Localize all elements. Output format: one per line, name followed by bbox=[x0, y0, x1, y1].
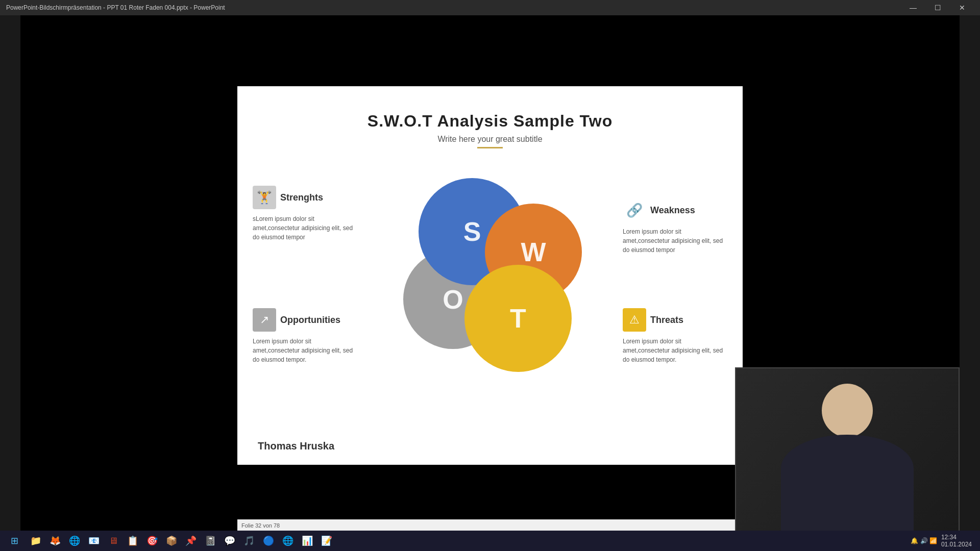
taskbar-app-2[interactable]: 📋 bbox=[124, 532, 142, 549]
clock: 12:3401.01.2024 bbox=[941, 534, 972, 548]
strengths-title: Strenghts bbox=[280, 192, 323, 203]
taskbar-app-outlook[interactable]: 📧 bbox=[85, 532, 103, 549]
opportunities-icon: ↗ bbox=[253, 308, 276, 332]
taskbar-app-6[interactable]: 🎵 bbox=[240, 532, 258, 549]
statusbar: Folie 32 von 78 bbox=[237, 519, 743, 531]
person-face bbox=[827, 394, 868, 424]
circle-t: T bbox=[464, 265, 572, 372]
statusbar-text: Folie 32 von 78 bbox=[241, 522, 280, 529]
slide: S.W.O.T Analysis Sample Two Write here y… bbox=[237, 86, 743, 465]
label-weakness: 🔗 Weakness Lorem ipsum dolor sit amet,co… bbox=[623, 198, 730, 255]
label-strengths: 🏋 Strenghts sLorem ipsum dolor sit amet,… bbox=[253, 186, 360, 242]
taskbar-app-3[interactable]: 🎯 bbox=[143, 532, 161, 549]
presenter-name: Thomas Hruska bbox=[258, 440, 334, 452]
weakness-icon: 🔗 bbox=[623, 198, 646, 222]
threats-title: Threats bbox=[650, 315, 683, 325]
taskbar-app-8[interactable]: 🌐 bbox=[279, 532, 297, 549]
strengths-icon: 🏋 bbox=[253, 186, 276, 209]
label-opportunities: ↗ Opportunities Lorem ipsum dolor sit am… bbox=[253, 308, 360, 364]
threats-body: Lorem ipsum dolor sit amet,consectetur a… bbox=[623, 337, 730, 364]
start-button[interactable]: ⊞ bbox=[4, 532, 24, 549]
taskbar-right: 🔔 🔊 📶 12:3401.01.2024 bbox=[911, 534, 976, 548]
taskbar-app-4[interactable]: 📦 bbox=[162, 532, 181, 549]
subtitle-underline bbox=[477, 147, 503, 148]
slide-title: S.W.O.T Analysis Sample Two bbox=[237, 86, 743, 131]
video-person bbox=[736, 368, 959, 535]
taskbar-app-teams[interactable]: 💬 bbox=[220, 532, 239, 549]
side-panel-right bbox=[960, 15, 980, 531]
maximize-button[interactable]: ☐ bbox=[926, 0, 949, 15]
titlebar-text: PowerPoint-Bildschirmpräsentation - PPT … bbox=[6, 4, 225, 11]
opportunities-body: Lorem ipsum dolor sit amet,consectetur a… bbox=[253, 337, 360, 364]
taskbar-apps: 📁 🦊 🌐 📧 🖥 📋 🎯 📦 📌 📓 💬 🎵 🔵 🌐 📊 📝 bbox=[27, 532, 336, 549]
close-button[interactable]: ✕ bbox=[950, 0, 974, 15]
taskbar-app-chrome[interactable]: 🌐 bbox=[65, 532, 84, 549]
weakness-title: Weakness bbox=[650, 205, 695, 216]
side-panel-left bbox=[0, 15, 20, 531]
minimize-button[interactable]: — bbox=[901, 0, 925, 15]
swot-diagram: S W O T bbox=[388, 178, 592, 382]
taskbar-app-explorer[interactable]: 📁 bbox=[27, 532, 45, 549]
taskbar-app-excel[interactable]: 📊 bbox=[298, 532, 316, 549]
weakness-body: Lorem ipsum dolor sit amet,consectetur a… bbox=[623, 227, 730, 255]
threats-icon: ⚠ bbox=[623, 308, 646, 332]
opportunities-title: Opportunities bbox=[280, 315, 340, 325]
system-tray: 🔔 🔊 📶 bbox=[911, 537, 937, 544]
title-bar: PowerPoint-Bildschirmpräsentation - PPT … bbox=[0, 0, 980, 15]
titlebar-controls: — ☐ ✕ bbox=[901, 0, 974, 15]
taskbar-app-7[interactable]: 🔵 bbox=[259, 532, 278, 549]
slide-subtitle: Write here your great subtitle bbox=[237, 135, 743, 144]
person-body bbox=[781, 435, 914, 536]
taskbar-app-onenote[interactable]: 📓 bbox=[201, 532, 219, 549]
taskbar-app-5[interactable]: 📌 bbox=[182, 532, 200, 549]
label-threats: ⚠ Threats Lorem ipsum dolor sit amet,con… bbox=[623, 308, 730, 364]
video-overlay bbox=[735, 367, 960, 536]
taskbar-app-firefox[interactable]: 🦊 bbox=[46, 532, 64, 549]
strengths-body: sLorem ipsum dolor sit amet,consectetur … bbox=[253, 214, 360, 242]
taskbar: ⊞ 📁 🦊 🌐 📧 🖥 📋 🎯 📦 📌 📓 💬 🎵 🔵 🌐 📊 📝 🔔 🔊 📶 … bbox=[0, 531, 980, 551]
taskbar-app-word[interactable]: 📝 bbox=[317, 532, 336, 549]
taskbar-app-powerpoint[interactable]: 🖥 bbox=[104, 532, 122, 549]
